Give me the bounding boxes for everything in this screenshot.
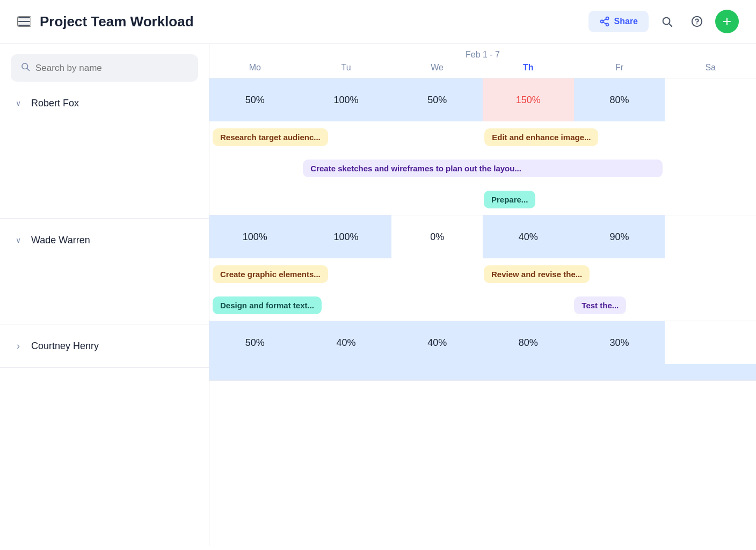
share-button[interactable]: Share: [588, 11, 649, 32]
calendar-header: Feb 1 - 7 Mo Tu We Th Fr Sa: [209, 44, 756, 78]
workload-cell: [665, 215, 756, 258]
workload-cell: 30%: [574, 321, 665, 364]
workload-cell: 80%: [483, 321, 574, 364]
task-chip-create-graphic[interactable]: Create graphic elements...: [213, 265, 328, 283]
workload-cell: 40%: [301, 321, 392, 364]
chevron-icon-robert-fox: ∨: [13, 99, 24, 107]
sidebar: ∨ Robert Fox ∨ Wade Warren › Courtney He…: [0, 44, 209, 546]
day-mo: Mo: [209, 63, 301, 73]
task-spacer: [0, 125, 209, 156]
day-th: Th: [483, 63, 574, 73]
workload-cell: 50%: [209, 321, 301, 364]
chevron-icon-wade-warren: ∨: [13, 236, 24, 244]
svg-line-6: [669, 24, 672, 26]
task-chip-review-revise[interactable]: Review and revise the...: [484, 265, 590, 283]
person-name-courtney-henry: Courtney Henry: [31, 341, 99, 352]
task-row: Create sketches and wireframes to plan o…: [209, 153, 756, 184]
calendar-body: 50% 100% 50% 150% 80% Research target au…: [209, 78, 756, 546]
share-icon: [599, 16, 610, 27]
workload-cell: 80%: [574, 78, 665, 121]
task-cell: Research target audienc...: [213, 128, 328, 146]
days-row: Mo Tu We Th Fr Sa: [209, 63, 756, 78]
day-tu: Tu: [301, 63, 392, 73]
workload-row-wade-warren: 100% 100% 0% 40% 90%: [209, 215, 756, 258]
week-label: Feb 1 - 7: [209, 44, 756, 63]
workload-cell: 90%: [574, 215, 665, 258]
workload-section-robert-fox: 50% 100% 50% 150% 80% Research target au…: [209, 78, 756, 215]
app-header: Project Team Workload Share +: [0, 0, 756, 44]
task-cell: Edit and enhance image...: [484, 128, 598, 146]
search-icon: [20, 62, 30, 74]
bottom-bar: [209, 364, 756, 380]
task-row: Research target audienc... Edit and enha…: [209, 121, 756, 153]
search-bar[interactable]: [11, 54, 198, 82]
main-content: ∨ Robert Fox ∨ Wade Warren › Courtney He…: [0, 44, 756, 546]
task-chip-prepare[interactable]: Prepare...: [484, 191, 535, 208]
task-chip-edit-enhance[interactable]: Edit and enhance image...: [484, 128, 598, 146]
workload-row-robert-fox: 50% 100% 50% 150% 80%: [209, 78, 756, 121]
person-section-courtney-henry: › Courtney Henry: [0, 324, 209, 368]
svg-line-10: [27, 68, 29, 70]
task-cell: Design and format text...: [213, 296, 391, 314]
person-row-robert-fox[interactable]: ∨ Robert Fox: [0, 82, 209, 125]
workload-row-courtney-henry: 50% 40% 40% 80% 30%: [209, 321, 756, 364]
workload-cell: [665, 321, 756, 364]
task-cell: Prepare...: [484, 191, 572, 208]
task-chip-research[interactable]: Research target audienc...: [213, 128, 328, 146]
task-cell: Review and revise the...: [484, 265, 663, 283]
calendar: Feb 1 - 7 Mo Tu We Th Fr Sa 50% 100% 50%…: [209, 44, 756, 546]
workload-section-courtney-henry: 50% 40% 40% 80% 30%: [209, 321, 756, 381]
task-row: Prepare...: [209, 184, 756, 215]
workload-cell: 0%: [391, 215, 483, 258]
header-left: Project Team Workload: [17, 13, 194, 30]
workload-cell: 100%: [209, 215, 301, 258]
workload-cell: 50%: [209, 78, 301, 121]
task-row: Create graphic elements... Review and re…: [209, 258, 756, 290]
person-section-robert-fox: ∨ Robert Fox: [0, 82, 209, 219]
menu-button[interactable]: [17, 16, 31, 27]
task-chip-test[interactable]: Test the...: [574, 296, 626, 314]
task-row: Design and format text... Test the...: [209, 290, 756, 321]
search-input[interactable]: [35, 63, 188, 74]
search-button[interactable]: [655, 10, 679, 33]
header-right: Share +: [588, 10, 739, 33]
day-we: We: [391, 63, 483, 73]
person-name-wade-warren: Wade Warren: [31, 235, 90, 246]
task-spacer: [0, 293, 209, 324]
workload-cell: 50%: [391, 78, 483, 121]
workload-cell-overloaded: 150%: [483, 78, 574, 121]
help-icon: [691, 16, 703, 27]
svg-line-4: [603, 19, 606, 20]
search-icon: [661, 16, 673, 27]
person-row-wade-warren[interactable]: ∨ Wade Warren: [0, 219, 209, 262]
person-row-courtney-henry[interactable]: › Courtney Henry: [0, 324, 209, 367]
help-button[interactable]: [685, 10, 709, 33]
task-spacer: [0, 262, 209, 293]
add-button[interactable]: +: [715, 10, 739, 33]
plus-icon: +: [723, 14, 731, 29]
person-section-wade-warren: ∨ Wade Warren: [0, 219, 209, 324]
task-spacer: [0, 156, 209, 187]
workload-cell: [665, 78, 756, 121]
task-cell: Create graphic elements...: [213, 265, 391, 283]
svg-line-3: [603, 22, 606, 24]
task-cell: Test the...: [574, 296, 662, 314]
day-sa: Sa: [665, 63, 756, 73]
task-cell: Create sketches and wireframes to plan o…: [303, 160, 662, 177]
workload-cell: 40%: [391, 321, 483, 364]
workload-section-wade-warren: 100% 100% 0% 40% 90% Create graphic elem…: [209, 215, 756, 321]
workload-cell: 100%: [301, 78, 392, 121]
task-chip-design-format[interactable]: Design and format text...: [213, 296, 322, 314]
task-chip-create-sketches[interactable]: Create sketches and wireframes to plan o…: [303, 160, 662, 177]
page-title: Project Team Workload: [40, 13, 194, 30]
task-spacer: [0, 187, 209, 218]
day-fr: Fr: [574, 63, 665, 73]
chevron-icon-courtney-henry: ›: [13, 341, 24, 352]
workload-cell: 100%: [301, 215, 392, 258]
person-name-robert-fox: Robert Fox: [31, 98, 79, 109]
workload-cell: 40%: [483, 215, 574, 258]
